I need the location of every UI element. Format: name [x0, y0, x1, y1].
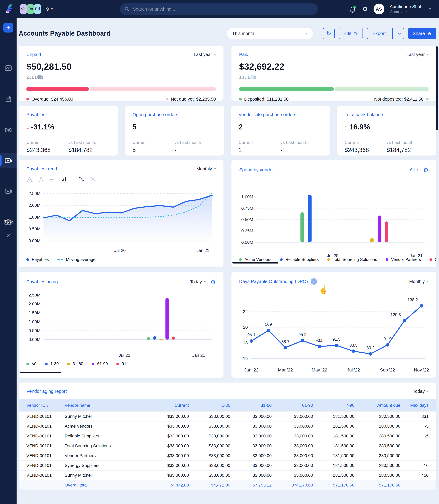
- table-cell: $33,000.00: [189, 473, 230, 478]
- legend-item[interactable]: Synergy Suppliers: [429, 257, 436, 262]
- kpi-title[interactable]: Total bank balance: [345, 112, 428, 117]
- legend-item[interactable]: Vendor Partners: [386, 257, 421, 262]
- legend-item[interactable]: 1-30: [45, 362, 59, 366]
- table-row[interactable]: VEND-00101Reliable Suppliers$33,000.00$3…: [19, 431, 436, 441]
- sidebar-item-insights[interactable]: [0, 61, 17, 76]
- bar-chart-tool-active[interactable]: [61, 176, 67, 183]
- legend-scrollbar[interactable]: [20, 372, 61, 373]
- card-title[interactable]: Payables aging: [26, 279, 58, 284]
- column-header[interactable]: 1-30: [189, 403, 230, 408]
- kpi-vs-value: $184,782: [68, 147, 110, 153]
- chevron-down-icon[interactable]: [395, 32, 404, 35]
- refresh-icon: ↻: [326, 30, 331, 37]
- legend-item[interactable]: 61-90: [92, 362, 108, 366]
- column-header[interactable]: Amount due: [354, 403, 400, 408]
- workspace-chip[interactable]: Ed: [34, 4, 41, 14]
- card-title[interactable]: Unpaid: [26, 52, 41, 57]
- export-button[interactable]: Export: [367, 28, 404, 39]
- card-title[interactable]: Payables trend: [26, 166, 57, 172]
- column-header[interactable]: >90: [313, 403, 354, 408]
- notifications-button[interactable]: [349, 5, 357, 13]
- column-header[interactable]: Vendor name: [65, 403, 138, 408]
- legend-item[interactable]: Payables: [26, 257, 49, 262]
- share-button[interactable]: Share: [408, 28, 436, 39]
- collapse-sidebar-button[interactable]: »: [0, 231, 17, 239]
- legend-item[interactable]: Acme Vendors: [239, 257, 271, 262]
- legend-item[interactable]: <0: [26, 362, 37, 366]
- spend-period-select[interactable]: All ▾: [410, 167, 418, 172]
- card-title[interactable]: Vendor aging report: [26, 389, 67, 394]
- payables-aging-legend: <01-3031-6061-9091-: [26, 362, 223, 366]
- chevron-down-icon[interactable]: ▾: [51, 7, 53, 11]
- column-header[interactable]: 61-90: [272, 403, 313, 408]
- refresh-button[interactable]: ↻: [323, 28, 335, 39]
- sidebar-item-bills[interactable]: [0, 91, 17, 106]
- legend-item[interactable]: Total Sourcing Solutions: [327, 257, 377, 262]
- search-input[interactable]: [133, 7, 314, 12]
- dpo-period-select[interactable]: Monthly ▾: [409, 279, 428, 284]
- area-overlap-chart-tool[interactable]: [26, 176, 33, 183]
- column-header[interactable]: Vendor ID↓: [26, 403, 65, 408]
- table-row[interactable]: VEND-00101Acme Vendors$33,000.00$33,000.…: [19, 421, 436, 431]
- workspace-chip[interactable]: Oa: [27, 4, 34, 14]
- aging-settings-button[interactable]: ⚙: [210, 278, 216, 285]
- legend-item[interactable]: 91-: [116, 362, 128, 366]
- workspace-chip[interactable]: Ve: [20, 4, 27, 14]
- table-row[interactable]: VEND-00101Vendor Partners$33,000.00$33,0…: [19, 451, 436, 460]
- legend-item[interactable]: Reliable Suppliers: [280, 257, 319, 262]
- unpaid-period-select[interactable]: Last year ▾: [194, 52, 216, 57]
- payables-trend-legend: PayablesMoving average: [26, 257, 223, 262]
- period-select[interactable]: This month ▾: [227, 28, 313, 39]
- column-header[interactable]: Current: [138, 403, 189, 408]
- table-row[interactable]: VEND-00101Total Sourcing Solutions$33,00…: [19, 441, 436, 451]
- curve-off-tool[interactable]: [89, 176, 97, 183]
- kpi-title[interactable]: Payables: [26, 112, 110, 117]
- user-info[interactable]: Aurelienne Shah Controller: [390, 4, 423, 14]
- aging-period-select[interactable]: Today ▾: [190, 279, 206, 284]
- card-title[interactable]: Days Payable Outstanding (DPO): [239, 279, 308, 284]
- app-logo-icon[interactable]: [5, 4, 14, 14]
- avatar[interactable]: AS: [374, 4, 384, 14]
- payables-trend-period-select[interactable]: Monthly ▾: [196, 166, 216, 172]
- table-cell: $33,000.00: [189, 414, 230, 419]
- column-header[interactable]: 31-60: [230, 403, 272, 408]
- kpi-current-value: 5: [133, 147, 174, 153]
- sidebar-item-accounts-payable[interactable]: [0, 153, 17, 168]
- legend-scrollbar[interactable]: [232, 262, 278, 264]
- table-cell: 181,500.00: [313, 453, 354, 458]
- rows-chart-tool[interactable]: [49, 176, 56, 183]
- settings-button[interactable]: ⚙: [362, 5, 368, 13]
- card-title[interactable]: Spend by vendor: [239, 167, 274, 172]
- legend-item[interactable]: Moving average: [57, 257, 95, 262]
- table-row[interactable]: VEND-00101Sunny Mitchell$33,000.00$33,00…: [19, 411, 436, 421]
- area-chart-tool[interactable]: [38, 176, 45, 183]
- curve-tool[interactable]: [78, 176, 85, 183]
- sidebar-item-accounts-receivable[interactable]: [0, 184, 17, 199]
- svg-text:Jan 21: Jan 21: [192, 353, 205, 358]
- sidebar-item-payments[interactable]: [0, 123, 17, 138]
- svg-text:Mar ’22: Mar ’22: [278, 367, 293, 372]
- kpi-title[interactable]: Vendor late purchase orders: [239, 112, 322, 117]
- svg-text:Jan ’22: Jan ’22: [244, 367, 259, 372]
- more-workspaces-label[interactable]: +9: [44, 6, 49, 12]
- svg-text:1.50M: 1.50M: [28, 310, 40, 315]
- table-row[interactable]: VEND-00101Synergy Suppliers$33,000.00$33…: [19, 460, 436, 470]
- column-header[interactable]: Max days: [400, 403, 428, 408]
- legend-item[interactable]: 31-60: [67, 362, 83, 366]
- card-title[interactable]: Paid: [239, 52, 248, 57]
- svg-text:96.1: 96.1: [247, 333, 256, 337]
- kpi-title[interactable]: Open purchase orders: [133, 112, 216, 117]
- table-total-cell: 67,753.12: [230, 483, 272, 488]
- table-row[interactable]: VEND-00101Sunny Mitchell$33,000.00$33,00…: [19, 470, 436, 480]
- paid-period-select[interactable]: Last year ▾: [406, 52, 428, 57]
- global-search[interactable]: [120, 3, 318, 15]
- edit-button[interactable]: Edit ✎: [339, 28, 363, 39]
- spend-settings-button[interactable]: ⚙: [423, 166, 428, 173]
- add-button[interactable]: +: [3, 23, 13, 33]
- chevron-down-icon[interactable]: ▾: [429, 7, 431, 11]
- table-period-select[interactable]: Today ▾: [413, 389, 428, 394]
- workspace-chips[interactable]: Ve Oa Ed +9 ▾: [20, 4, 53, 14]
- vertical-scrollbar[interactable]: [436, 46, 438, 130]
- info-icon[interactable]: i: [311, 278, 317, 285]
- svg-text:95.2: 95.2: [298, 332, 306, 337]
